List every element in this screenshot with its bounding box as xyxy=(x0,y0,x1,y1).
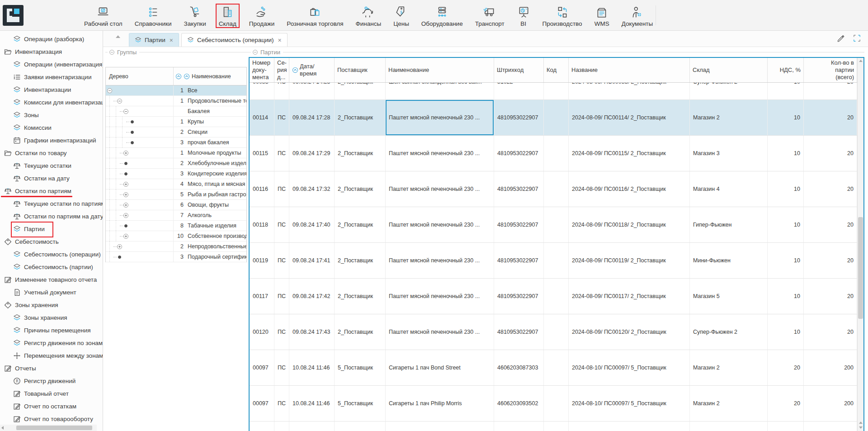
group-row[interactable]: 10 Собственное производс... xyxy=(106,231,246,242)
sidebar-item[interactable]: Операции (разборка) xyxy=(0,33,103,45)
party-row[interactable]: 00118 ПС 09.08.24 17:40 2_Поставщик Пашт… xyxy=(250,207,857,243)
sidebar-item[interactable]: Остатки по партиям на дату xyxy=(0,210,103,223)
menu-item[interactable]: Продажи xyxy=(246,4,277,28)
column-header-barcode[interactable]: Штрихкод xyxy=(494,58,544,82)
tree-cell[interactable] xyxy=(106,96,174,106)
group-row[interactable]: 8 Табачные изделия xyxy=(106,221,246,231)
menu-item[interactable]: Справочники xyxy=(132,4,175,28)
sidebar-item[interactable]: Отчет по товарообороту xyxy=(0,412,103,425)
tree-node-icon[interactable] xyxy=(131,141,134,144)
column-header-store[interactable]: Склад xyxy=(690,58,768,82)
scroll-down-icon[interactable] xyxy=(859,426,863,429)
tree-node-icon[interactable] xyxy=(131,120,134,123)
menu-item[interactable]: Закупки xyxy=(181,4,209,28)
party-row[interactable]: 00115 ПС 09.08.24 17:29 2_Поставщик Пашт… xyxy=(250,136,857,171)
group-row[interactable]: 1 Молочные продукты xyxy=(106,148,246,158)
group-row[interactable]: 4 Мясо, птица и мясная га... xyxy=(106,179,246,189)
cell-item[interactable]: Шея свиная охлажденная вес вак... xyxy=(386,83,494,99)
column-header-code[interactable]: Код xyxy=(544,58,569,82)
tree-node-icon[interactable] xyxy=(118,256,121,259)
collapse-icon[interactable] xyxy=(252,49,258,55)
group-row[interactable]: 3 Подарочный сертификаты xyxy=(106,252,246,262)
edit-form-icon[interactable] xyxy=(836,33,846,43)
tree-node-icon[interactable] xyxy=(124,162,127,165)
sidebar-item[interactable]: Заявки инвентаризации xyxy=(0,71,103,83)
party-row[interactable]: 00116 ПС 09.08.24 17:32 2_Поставщик Пашт… xyxy=(250,171,857,207)
sidebar-item[interactable]: Учетный документ xyxy=(0,286,103,298)
column-header-docnum[interactable]: Номер доку- мента xyxy=(250,58,274,82)
group-row[interactable]: 2 Хлебобулочные изделия xyxy=(106,158,246,169)
group-row[interactable]: 3 Кондитерские изделия xyxy=(106,169,246,179)
group-row[interactable]: 1 Все xyxy=(106,85,246,96)
tree-node-icon[interactable] xyxy=(123,182,128,187)
cell-item[interactable]: Паштет мясной печеночный 230 ... xyxy=(386,314,494,350)
column-header-tree[interactable]: Дерево xyxy=(106,67,174,85)
cell-item[interactable]: Паштет мясной печеночный 230 ... xyxy=(386,279,494,314)
tree-node-icon[interactable] xyxy=(123,213,128,218)
cell-item[interactable]: Сигареты 1 пач Philip Morris xyxy=(386,386,494,421)
sidebar-item[interactable]: Зоны хранения xyxy=(0,298,103,311)
group-row[interactable]: 3 прочая бакалея xyxy=(106,137,246,148)
sidebar-item[interactable]: Комиссии xyxy=(0,121,103,134)
cell-item[interactable]: Паштет мясной печеночный 230 ... xyxy=(386,100,494,135)
collapse-icon[interactable] xyxy=(109,49,115,55)
menu-item[interactable]: BI xyxy=(514,4,533,28)
group-row[interactable]: 5 Рыба и рыбная гастроно... xyxy=(106,189,246,200)
sort-asc-icon[interactable] xyxy=(175,73,182,80)
column-header-series[interactable]: Се- рия д... xyxy=(274,58,289,82)
tree-node-icon[interactable] xyxy=(123,151,128,156)
sidebar-item[interactable]: Партии xyxy=(0,223,103,235)
sidebar-item[interactable]: Остатки по партиям xyxy=(0,185,103,197)
tree-node-icon[interactable] xyxy=(131,131,134,134)
sidebar-item[interactable]: Себестоимость (партии) xyxy=(0,260,103,273)
tree-cell[interactable] xyxy=(106,169,174,179)
parties-vscrollbar[interactable] xyxy=(857,58,863,431)
menu-item[interactable]: Розничная торговля xyxy=(284,4,346,28)
fullscreen-icon[interactable] xyxy=(852,33,862,43)
tree-node-icon[interactable] xyxy=(123,109,128,114)
menu-item[interactable]: Транспорт xyxy=(472,4,507,28)
sort-asc-icon[interactable] xyxy=(292,67,298,73)
tree-cell[interactable] xyxy=(106,158,174,168)
column-header-name[interactable]: Наименование xyxy=(174,67,246,85)
menu-item[interactable]: Финансы xyxy=(353,4,384,28)
sort-asc-icon[interactable] xyxy=(184,73,190,80)
cell-item[interactable]: Паштет мясной печеночный 230 ... xyxy=(386,136,494,171)
close-icon[interactable]: × xyxy=(278,37,282,44)
group-row[interactable]: 2 Непродовольственные т... xyxy=(106,242,246,252)
tree-cell[interactable] xyxy=(106,137,174,147)
cell-item[interactable]: Паштет мясной печеночный 230 ... xyxy=(386,243,494,278)
tree-cell[interactable] xyxy=(106,148,174,158)
sidebar-item[interactable]: Регистр движений xyxy=(0,374,103,387)
tree-cell[interactable] xyxy=(106,200,174,210)
sidebar-item[interactable]: Текущие остатки xyxy=(0,159,103,172)
tree-node-icon[interactable] xyxy=(117,244,122,249)
menu-item[interactable]: Цены xyxy=(391,4,412,28)
tree-cell[interactable] xyxy=(106,252,174,262)
group-row[interactable]: 1 Продовольственные тов... xyxy=(106,96,246,106)
sidebar-item[interactable]: Себестоимость (операции) xyxy=(0,248,103,260)
sidebar-item[interactable]: Регистр движения по зонам xyxy=(0,336,103,349)
column-header-qty[interactable]: Кол-во в партии (всего) xyxy=(804,58,857,82)
tree-cell[interactable] xyxy=(106,85,174,95)
scroll-up-icon[interactable] xyxy=(859,60,863,62)
sidebar-item[interactable]: Инвентаризация xyxy=(0,45,103,58)
party-row[interactable]: 00120 ПС 09.08.24 17:43 2_Поставщик Пашт… xyxy=(250,314,857,350)
menu-item[interactable]: Рабочий стол xyxy=(81,4,125,28)
tree-node-icon[interactable] xyxy=(124,172,127,175)
tree-node-icon[interactable] xyxy=(124,224,127,227)
party-row[interactable]: 00114 ПС 09.08.24 17:28 2_Поставщик Пашт… xyxy=(250,100,857,136)
tree-cell[interactable] xyxy=(106,210,174,220)
sidebar-hscrollbar[interactable] xyxy=(0,425,97,431)
party-row[interactable]: 00117 ПС 09.08.24 17:42 2_Поставщик Пашт… xyxy=(250,279,857,314)
sidebar-item[interactable]: Отчеты xyxy=(0,362,103,374)
menu-item[interactable]: Производство xyxy=(540,4,585,28)
sidebar-item[interactable]: Причины перемещения xyxy=(0,324,103,336)
menu-item[interactable]: Оборудование xyxy=(419,4,466,28)
tree-node-icon[interactable] xyxy=(123,192,128,197)
scroll-up-icon[interactable] xyxy=(116,35,120,38)
tree-cell[interactable] xyxy=(106,179,174,189)
cell-item[interactable]: Паштет мясной печеночный 230 ... xyxy=(386,207,494,242)
tree-node-icon[interactable] xyxy=(123,203,128,208)
tree-node-icon[interactable] xyxy=(123,234,128,239)
